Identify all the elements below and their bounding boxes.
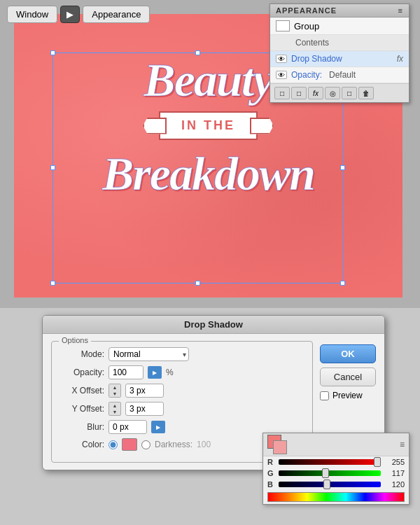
opacity-unit: % bbox=[166, 368, 174, 377]
g-slider-row: G 117 bbox=[263, 468, 409, 479]
opacity-value: Default bbox=[329, 70, 356, 80]
appearance-group-label: Group bbox=[294, 21, 319, 31]
selection-handle-br[interactable] bbox=[340, 281, 345, 286]
x-offset-down[interactable]: ▼ bbox=[109, 391, 120, 397]
color-picker-menu-icon[interactable]: ≡ bbox=[400, 440, 405, 449]
blur-expand-btn[interactable]: ▶ bbox=[151, 421, 165, 433]
opacity-label[interactable]: Opacity: bbox=[291, 70, 322, 80]
darkness-value: 100 bbox=[197, 440, 211, 449]
panel-add-fill-btn[interactable]: □ bbox=[291, 87, 307, 99]
mode-row: Mode: Normal Multiply Screen Overlay ▾ bbox=[59, 347, 305, 361]
appearance-panel-titlebar: APPEARANCE ≡ bbox=[270, 4, 409, 18]
r-slider[interactable] bbox=[279, 459, 381, 465]
selection-handle-ml[interactable] bbox=[50, 165, 55, 170]
cancel-button[interactable]: Cancel bbox=[320, 368, 376, 386]
blur-input[interactable] bbox=[108, 420, 147, 434]
appearance-dropshadow-row: 👁 Drop Shadow fx bbox=[270, 51, 409, 67]
appearance-panel-menu-icon[interactable]: ≡ bbox=[398, 6, 403, 15]
preview-checkbox[interactable] bbox=[320, 391, 329, 400]
color-radio[interactable] bbox=[108, 440, 118, 449]
arrow-button[interactable]: ▶ bbox=[60, 6, 80, 23]
b-slider-row: B 120 bbox=[263, 479, 409, 490]
appearance-contents-row: Contents bbox=[270, 35, 409, 51]
opacity-pct-btn[interactable]: ▶ bbox=[148, 366, 162, 379]
window-button[interactable]: Window bbox=[7, 6, 57, 23]
dropshadow-dialog-titlebar: Drop Shadow bbox=[43, 316, 384, 334]
opacity-input[interactable] bbox=[108, 365, 144, 379]
mode-select-wrap: Normal Multiply Screen Overlay ▾ bbox=[108, 347, 189, 361]
preview-row: Preview bbox=[320, 391, 376, 400]
spectrum-bar[interactable] bbox=[267, 492, 405, 502]
x-offset-up[interactable]: ▲ bbox=[109, 384, 120, 391]
panel-add-stroke-btn[interactable]: □ bbox=[274, 87, 290, 99]
appearance-white-box bbox=[276, 20, 290, 31]
g-channel-label: G bbox=[267, 469, 276, 477]
appearance-opacity-row: 👁 Opacity: Default bbox=[270, 67, 409, 83]
ok-button[interactable]: OK bbox=[320, 344, 376, 363]
top-toolbar: Window ▶ Appearance bbox=[7, 6, 150, 23]
opacity-form-label: Opacity: bbox=[59, 368, 104, 377]
g-value: 117 bbox=[384, 469, 405, 477]
fx-label: fx bbox=[397, 54, 403, 64]
x-offset-row: X Offset: ▲ ▼ bbox=[59, 384, 305, 398]
appearance-group-row: Group bbox=[270, 18, 409, 35]
darkness-radio[interactable] bbox=[141, 440, 150, 449]
blur-label: Blur: bbox=[59, 422, 104, 432]
panel-copy-btn[interactable]: □ bbox=[342, 87, 357, 99]
dropshadow-visibility-toggle[interactable]: 👁 bbox=[276, 55, 287, 63]
panel-fx-btn[interactable]: fx bbox=[308, 87, 323, 99]
b-slider[interactable] bbox=[279, 482, 381, 487]
r-value: 255 bbox=[384, 458, 405, 466]
x-offset-input[interactable] bbox=[125, 384, 164, 398]
panel-mask-btn[interactable]: ◎ bbox=[325, 87, 340, 99]
y-offset-stepper: ▲ ▼ bbox=[108, 402, 121, 416]
bg-color-swatch[interactable] bbox=[273, 440, 287, 454]
y-offset-row: Y Offset: ▲ ▼ bbox=[59, 402, 305, 416]
b-channel-label: B bbox=[267, 480, 276, 489]
dropshadow-link[interactable]: Drop Shadow bbox=[291, 54, 342, 64]
appearance-panel-toolbar: □ □ fx ◎ □ 🗑 bbox=[270, 83, 409, 102]
selection-handle-bl[interactable] bbox=[50, 281, 55, 286]
breakdown-text: Breakdown bbox=[62, 148, 356, 200]
mode-label: Mode: bbox=[59, 349, 104, 359]
y-offset-up[interactable]: ▲ bbox=[109, 402, 120, 409]
mode-select[interactable]: Normal Multiply Screen Overlay bbox=[108, 347, 189, 361]
eye-icon: 👁 bbox=[278, 55, 285, 63]
blur-row: Blur: ▶ bbox=[59, 420, 305, 434]
eye-icon-opacity: 👁 bbox=[278, 71, 285, 79]
b-value: 120 bbox=[384, 480, 405, 489]
g-slider[interactable] bbox=[279, 470, 381, 476]
color-swatch[interactable] bbox=[122, 438, 137, 451]
panel-delete-btn[interactable]: 🗑 bbox=[358, 87, 374, 99]
darkness-label: Darkness: bbox=[155, 440, 192, 449]
appearance-button[interactable]: Appearance bbox=[83, 6, 150, 23]
appearance-panel-title: APPEARANCE bbox=[276, 6, 337, 15]
color-picker-panel: ≡ R 255 G 117 B 120 bbox=[262, 433, 410, 505]
y-offset-input[interactable] bbox=[125, 402, 164, 416]
preview-label: Preview bbox=[332, 391, 363, 400]
opacity-visibility-toggle[interactable]: 👁 bbox=[276, 71, 287, 79]
color-swatches-pair bbox=[267, 435, 287, 454]
y-offset-down[interactable]: ▼ bbox=[109, 409, 120, 415]
x-offset-label: X Offset: bbox=[59, 386, 104, 396]
banner-text: IN THE bbox=[159, 111, 258, 140]
color-picker-header: ≡ bbox=[263, 433, 409, 456]
r-slider-row: R 255 bbox=[263, 456, 409, 468]
appearance-contents-label: Contents bbox=[295, 38, 329, 48]
r-channel-label: R bbox=[267, 458, 276, 466]
x-offset-stepper: ▲ ▼ bbox=[108, 384, 121, 398]
selection-handle-bc[interactable] bbox=[195, 281, 200, 286]
y-offset-label: Y Offset: bbox=[59, 404, 104, 414]
opacity-row: Opacity: ▶ % bbox=[59, 365, 305, 379]
selection-handle-tl[interactable] bbox=[50, 50, 55, 55]
color-label: Color: bbox=[59, 440, 104, 449]
appearance-panel: APPEARANCE ≡ Group Contents 👁 Drop Shado… bbox=[270, 4, 410, 103]
options-legend: Options bbox=[59, 336, 91, 344]
